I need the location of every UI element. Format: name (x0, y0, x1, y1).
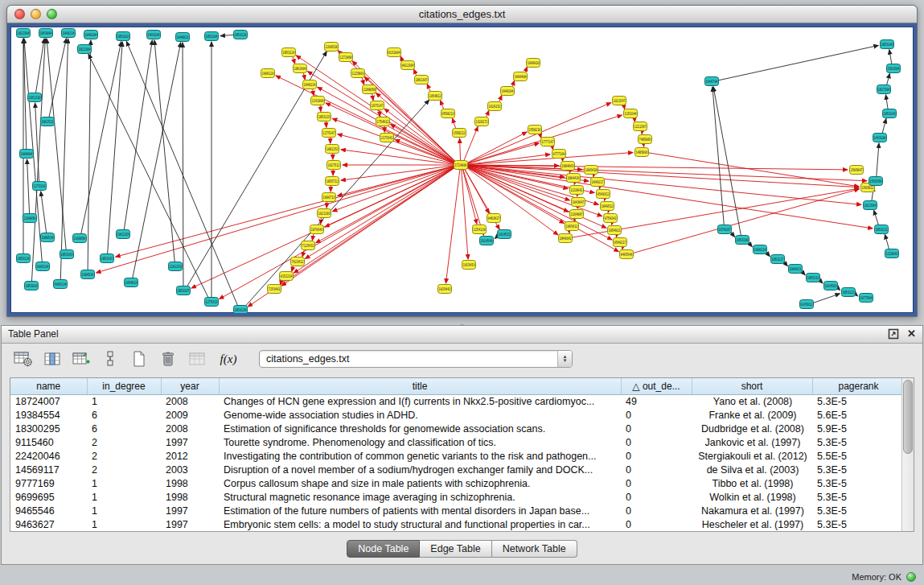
graph-node[interactable]: 1558212 (453, 129, 466, 138)
graph-node[interactable]: 1724006 (454, 161, 468, 170)
graph-node[interactable]: 1320172 (475, 117, 489, 126)
graph-edge[interactable] (886, 73, 889, 85)
table-cell[interactable]: de Silva et al. (2003) (692, 463, 812, 476)
table-cell[interactable]: 5.3E-5 (812, 517, 905, 531)
graph-node[interactable]: 1914532 (498, 230, 511, 239)
table-row[interactable]: 911546021997Tourette syndrome. Phenomeno… (10, 435, 905, 449)
table-cell[interactable]: 9465546 (10, 504, 87, 517)
graph-node[interactable]: 2051310 (28, 93, 42, 102)
graph-edge[interactable] (47, 39, 66, 250)
graph-node[interactable]: 1849512 (601, 202, 614, 211)
graph-node[interactable]: 1849342 (559, 234, 573, 243)
graph-node[interactable]: 2208058 (363, 85, 376, 94)
graph-edge[interactable] (713, 87, 741, 236)
graph-edge[interactable] (220, 35, 234, 35)
graph-node[interactable]: 1853115 (318, 113, 331, 122)
graph-node[interactable]: 1443104 (147, 31, 161, 39)
graph-node[interactable]: 1853163 (60, 250, 74, 259)
graph-edge[interactable] (467, 166, 873, 229)
graph-node[interactable]: 1855232 (807, 274, 820, 282)
table-cell[interactable]: Tibbo et al. (1998) (692, 476, 812, 490)
table-cell[interactable]: Disruption of a novel member of a sodium… (219, 463, 621, 476)
table-cell[interactable]: 5.9E-5 (812, 422, 905, 435)
table-cell[interactable]: 1997 (161, 435, 219, 449)
graph-edge[interactable] (395, 139, 454, 163)
graph-node[interactable]: 1021183 (318, 209, 331, 218)
graph-node[interactable]: 1696910 (527, 59, 540, 68)
graph-edge[interactable] (154, 40, 175, 262)
zoom-window-button[interactable] (47, 9, 57, 19)
table-cell[interactable]: 2012 (161, 449, 219, 463)
column-header[interactable]: title (219, 378, 621, 394)
new-table-icon[interactable] (129, 349, 150, 369)
graph-node[interactable]: 1275314 (33, 182, 47, 191)
graph-node[interactable]: 1095418 (585, 166, 598, 175)
table-cell[interactable]: Franke et al. (2009) (692, 408, 812, 422)
graph-edge[interactable] (885, 234, 889, 249)
graph-node[interactable]: 1225803 (351, 69, 365, 78)
graph-node[interactable]: 1626152 (488, 102, 502, 111)
table-row[interactable]: 969969511998Structural magnetic resonanc… (10, 490, 905, 504)
graph-edge[interactable] (877, 143, 879, 177)
column-header[interactable]: short (692, 378, 812, 394)
select-columns-icon[interactable] (42, 349, 63, 369)
graph-edge[interactable] (60, 39, 68, 280)
table-cell[interactable]: 5.3E-5 (812, 463, 905, 476)
graph-node[interactable]: 1946794 (705, 77, 719, 86)
graph-node[interactable]: 1861307 (415, 76, 429, 84)
float-panel-icon[interactable] (888, 328, 899, 340)
table-cell[interactable]: Embryonic stem cells: a model to study s… (219, 517, 621, 531)
table-cell[interactable]: 0 (621, 422, 692, 435)
table-row[interactable]: 946554611997Estimation of the future num… (10, 504, 905, 517)
graph-node[interactable]: 1853124 (282, 48, 296, 57)
table-cell[interactable]: 2008 (161, 422, 219, 435)
table-cell[interactable]: 5.5E-5 (812, 449, 905, 463)
table-cell[interactable]: 2009 (161, 408, 219, 422)
graph-node[interactable]: 7253401 (268, 285, 281, 294)
graph-node[interactable]: 1954812 (429, 92, 442, 101)
graph-node[interactable]: 9759342 (604, 214, 618, 223)
table-cell[interactable]: 1998 (161, 490, 219, 504)
graph-node[interactable]: 1906214 (754, 245, 767, 254)
graph-node[interactable]: 1954013 (125, 278, 138, 287)
graph-edge[interactable] (882, 118, 886, 134)
column-header[interactable]: △ out_de... (621, 378, 692, 394)
table-cell[interactable]: 5.6E-5 (812, 408, 905, 422)
graph-node[interactable]: 2160050 (73, 234, 87, 243)
table-cell[interactable]: 9115460 (10, 435, 87, 449)
graph-node[interactable]: 2260518 (325, 43, 339, 51)
graph-node[interactable]: 1595847 (850, 166, 864, 175)
table-cell[interactable]: 5.3E-5 (812, 490, 905, 504)
table-cell[interactable]: 5.3E-5 (812, 504, 905, 517)
close-panel-icon[interactable]: ✕ (907, 328, 916, 340)
minimize-window-button[interactable] (31, 9, 41, 19)
graph-node[interactable]: 2160650 (23, 214, 37, 223)
graph-node[interactable]: 1777147 (541, 138, 555, 146)
network-window-titlebar[interactable]: citations_edges.txt (7, 6, 917, 23)
graph-edge[interactable] (885, 95, 888, 109)
graph-node[interactable]: 1980534 (41, 233, 55, 242)
graph-node[interactable]: 1853117 (771, 255, 785, 264)
graph-node[interactable]: 1679197 (718, 225, 732, 234)
graph-node[interactable]: 1210643 (885, 249, 899, 258)
graph-node[interactable]: 1684663 (561, 162, 575, 171)
table-cell[interactable]: 1 (87, 517, 161, 531)
graph-edge[interactable] (133, 43, 181, 278)
table-cell[interactable]: 9699695 (10, 490, 87, 504)
graph-node[interactable]: 1046204 (84, 31, 98, 39)
table-row[interactable]: 1830029562008Estimation of significance … (10, 422, 905, 435)
graph-edge[interactable] (326, 121, 326, 128)
graph-node[interactable]: 9777169 (552, 150, 566, 159)
graph-node[interactable]: 1905134 (36, 262, 50, 271)
graph-node[interactable]: 1924503 (824, 282, 838, 290)
graph-node[interactable]: 1906120 (261, 69, 275, 78)
graph-node[interactable]: 1853143 (883, 109, 897, 118)
table-cell[interactable]: Dudbridge et al. (2008) (692, 422, 812, 435)
table-row[interactable]: 977716911998Corpus callosum shape and si… (10, 476, 905, 490)
graph-edge[interactable] (81, 42, 121, 234)
table-row[interactable]: 1456911722003Disruption of a novel membe… (10, 463, 905, 476)
graph-node[interactable]: 1754612 (376, 117, 390, 126)
graph-edge[interactable] (41, 192, 47, 233)
table-cell[interactable]: 0 (621, 449, 692, 463)
table-cell[interactable]: Structural magnetic resonance image aver… (219, 490, 621, 504)
